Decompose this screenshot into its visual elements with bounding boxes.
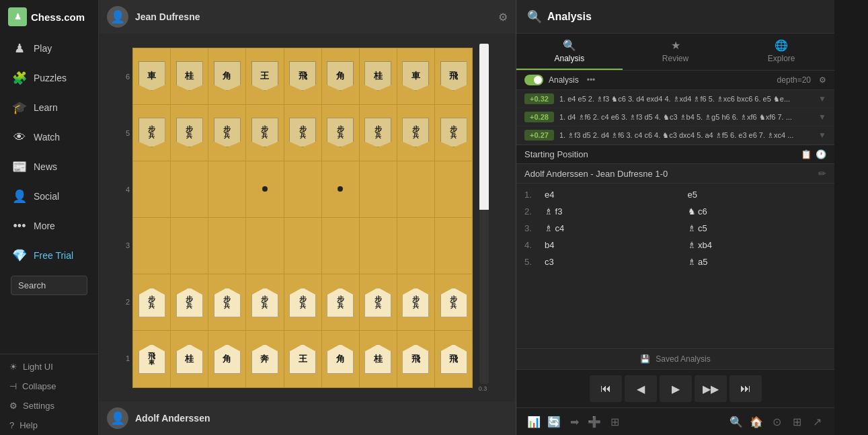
board-cell[interactable]: 步兵 xyxy=(434,274,472,331)
board-cell[interactable] xyxy=(397,217,434,274)
engine-dots[interactable]: ••• xyxy=(587,75,596,85)
board-cell[interactable]: 桂 xyxy=(359,331,397,387)
board-cell[interactable]: 步兵 xyxy=(359,274,397,331)
move-black[interactable]: ♗ c5 xyxy=(684,222,827,235)
board-cell[interactable] xyxy=(133,217,171,274)
board-cell[interactable]: 步兵 xyxy=(208,274,246,331)
last-move-button[interactable]: ⏭ xyxy=(729,375,762,402)
board-cell[interactable]: 步兵 xyxy=(246,274,284,331)
circle-tool-button[interactable]: ⊙ xyxy=(767,412,786,431)
zoom-in-button[interactable]: 🔍 xyxy=(727,412,746,431)
board-cell[interactable]: 步兵 xyxy=(397,104,434,161)
board-cell[interactable] xyxy=(208,161,246,217)
move-white[interactable]: e4 xyxy=(541,188,684,201)
gear-button[interactable]: ⚙ xyxy=(498,11,508,24)
home-tool-button[interactable]: 🏠 xyxy=(747,412,766,431)
board-cell[interactable] xyxy=(246,217,284,274)
board-cell[interactable]: 飛 xyxy=(434,48,472,104)
board-cell[interactable]: 飛車 xyxy=(133,331,171,387)
board-cell[interactable]: 飛 xyxy=(397,331,434,387)
flip-tool-button[interactable]: 🔄 xyxy=(545,412,563,431)
board-cell[interactable]: 步兵 xyxy=(171,104,208,161)
sidebar-item-watch[interactable]: 👁 Watch xyxy=(3,123,95,151)
sidebar-item-more[interactable]: ••• More xyxy=(3,212,95,240)
board-cell[interactable]: 步兵 xyxy=(321,274,359,331)
eval-line-1[interactable]: +0.28 1. d4 ♗f6 2. c4 e6 3. ♗f3 d5 4. ♞c… xyxy=(516,108,834,126)
board-cell[interactable]: 車 xyxy=(133,48,171,104)
board-cell[interactable]: 角 xyxy=(321,48,359,104)
move-black[interactable]: ♗ a5 xyxy=(684,255,827,268)
help-item[interactable]: ? Help xyxy=(0,416,98,435)
board-cell[interactable]: 飛 xyxy=(284,48,321,104)
chart-tool-button[interactable]: 📊 xyxy=(524,412,543,431)
prev-move-button[interactable]: ◀ xyxy=(625,375,657,402)
sidebar-item-social[interactable]: 👤 Social xyxy=(3,182,95,210)
table-tool-button[interactable]: ⊞ xyxy=(605,412,624,431)
board-cell[interactable]: 步兵 xyxy=(171,274,208,331)
board-cell[interactable]: 角 xyxy=(321,331,359,387)
move-white[interactable]: b4 xyxy=(541,239,684,251)
move-black[interactable]: e5 xyxy=(684,188,827,201)
move-white[interactable]: ♗ f3 xyxy=(541,205,684,218)
arrow-tool-button[interactable]: ➡ xyxy=(565,412,584,431)
add-tool-button[interactable]: ➕ xyxy=(585,412,604,431)
position-clock-icon[interactable]: 🕐 xyxy=(816,149,826,159)
move-white[interactable]: ♗ c4 xyxy=(541,222,684,235)
board-cell[interactable] xyxy=(171,161,208,217)
board-cell[interactable]: 桂 xyxy=(359,48,397,104)
sidebar-item-play[interactable]: ♟ Play xyxy=(3,34,95,63)
logo-area[interactable]: ♟ Chess.com xyxy=(0,0,98,34)
board-cell[interactable] xyxy=(359,161,397,217)
board-cell[interactable] xyxy=(171,217,208,274)
board-cell[interactable]: 步兵 xyxy=(321,104,359,161)
search-input[interactable]: Search xyxy=(11,276,87,295)
board-cell[interactable]: 步兵 xyxy=(246,104,284,161)
board-cell[interactable] xyxy=(284,161,321,217)
board-cell[interactable]: 步兵 xyxy=(359,104,397,161)
collapse-item[interactable]: ⊣ Collapse xyxy=(0,377,98,396)
tab-review[interactable]: ★ Review xyxy=(623,34,729,70)
board-cell[interactable]: 角 xyxy=(208,331,246,387)
share-tool-button[interactable]: ↗ xyxy=(807,412,826,431)
board-cell[interactable] xyxy=(397,161,434,217)
board-cell[interactable]: 奔 xyxy=(246,331,284,387)
board-cell[interactable] xyxy=(359,217,397,274)
board-cell[interactable]: 飛 xyxy=(434,331,472,387)
board-cell[interactable]: 步兵 xyxy=(284,274,321,331)
grid-tool-button[interactable]: ⊞ xyxy=(787,412,806,431)
move-black[interactable]: ♞ c6 xyxy=(684,205,827,218)
board-cell[interactable]: 步兵 xyxy=(397,274,434,331)
board-cell[interactable] xyxy=(434,161,472,217)
first-move-button[interactable]: ⏮ xyxy=(590,375,622,402)
board-cell[interactable]: 步兵 xyxy=(133,104,171,161)
board-cell[interactable] xyxy=(321,217,359,274)
saved-analysis[interactable]: 💾 Saved Analysis xyxy=(516,348,834,369)
sidebar-item-learn[interactable]: 🎓 Learn xyxy=(3,93,95,122)
play-button[interactable]: ▶ xyxy=(660,375,692,402)
move-white[interactable]: c3 xyxy=(541,255,684,268)
eval-line-2[interactable]: +0.27 1. ♗f3 d5 2. d4 ♗f6 3. c4 c6 4. ♞c… xyxy=(516,126,834,145)
board-cell[interactable]: 步兵 xyxy=(284,104,321,161)
eval-line-0[interactable]: +0.32 1. e4 e5 2. ♗f3 ♞c6 3. d4 exd4 4. … xyxy=(516,90,834,108)
board-cell[interactable]: 角 xyxy=(208,48,246,104)
chess-board[interactable]: 車桂角王飛角桂車飛步兵步兵步兵步兵步兵步兵步兵步兵步兵步兵步兵步兵步兵步兵步兵步… xyxy=(132,48,473,388)
board-cell[interactable] xyxy=(434,217,472,274)
next-move-button[interactable]: ▶▶ xyxy=(695,375,727,402)
engine-gear-icon[interactable]: ⚙ xyxy=(819,75,826,85)
board-cell[interactable]: 車 xyxy=(397,48,434,104)
board-cell[interactable] xyxy=(133,161,171,217)
board-cell[interactable]: 步兵 xyxy=(434,104,472,161)
board-cell[interactable] xyxy=(284,217,321,274)
board-cell[interactable]: 步兵 xyxy=(208,104,246,161)
settings-item[interactable]: ⚙ Settings xyxy=(0,396,98,416)
board-cell[interactable] xyxy=(208,217,246,274)
sidebar-item-news[interactable]: 📰 News xyxy=(3,153,95,181)
board-cell[interactable]: 王 xyxy=(246,48,284,104)
light-ui-item[interactable]: ☀ Light UI xyxy=(0,357,98,377)
board-cell[interactable]: 王 xyxy=(284,331,321,387)
position-copy-icon[interactable]: 📋 xyxy=(801,149,812,159)
tab-analysis[interactable]: 🔍 Analysis xyxy=(516,34,623,70)
tab-explore[interactable]: 🌐 Explore xyxy=(728,34,834,70)
engine-toggle[interactable] xyxy=(524,75,543,85)
edit-icon[interactable]: ✏ xyxy=(818,168,826,179)
